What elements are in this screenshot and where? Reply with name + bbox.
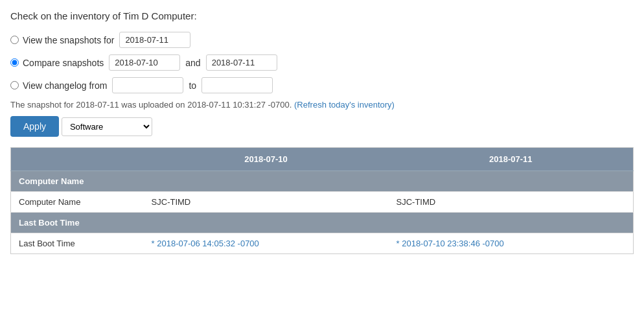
row-value1: * 2018-07-06 14:05:32 -0700: [144, 233, 389, 254]
compare-snapshots-radio[interactable]: [10, 58, 19, 67]
view-changelog-text: View changelog from: [23, 80, 107, 91]
table-header-row: 2018-07-10 2018-07-11: [11, 148, 634, 171]
options-section: View the snapshots for Compare snapshots…: [10, 32, 634, 93]
row-label: Last Boot Time: [11, 233, 144, 254]
and-label: and: [185, 58, 200, 68]
compare-date1-input[interactable]: [109, 54, 180, 71]
changelog-to-input[interactable]: [201, 77, 273, 93]
table-body: Computer NameComputer NameSJC-TIMDSJC-TI…: [11, 171, 634, 254]
compare-snapshots-row: Compare snapshots and: [10, 54, 634, 71]
category-dropdown[interactable]: Software Hardware Network Patches: [62, 117, 152, 136]
section-header: Computer Name: [11, 171, 634, 192]
row-label: Computer Name: [11, 192, 144, 213]
compare-snapshots-text: Compare snapshots: [23, 58, 104, 68]
view-snapshots-label[interactable]: View the snapshots for: [10, 35, 114, 45]
section-label: Last Boot Time: [11, 213, 634, 233]
to-label: to: [189, 80, 196, 91]
table-row: Computer NameSJC-TIMDSJC-TIMD: [11, 192, 634, 213]
snapshot-info-text: The snapshot for 2018-07-11 was uploaded…: [10, 100, 292, 110]
compare-date2-input[interactable]: [206, 54, 277, 71]
view-snapshots-text: View the snapshots for: [23, 35, 114, 45]
snapshot-info: The snapshot for 2018-07-11 was uploaded…: [10, 100, 634, 110]
page-title: Check on the inventory of Tim D Computer…: [10, 10, 634, 21]
row-value2: * 2018-07-10 23:38:46 -0700: [389, 233, 634, 254]
table-row: Last Boot Time* 2018-07-06 14:05:32 -070…: [11, 233, 634, 254]
changelog-from-input[interactable]: [112, 77, 183, 93]
view-changelog-radio[interactable]: [10, 81, 19, 89]
header-empty: [11, 148, 144, 171]
view-changelog-label[interactable]: View changelog from: [10, 80, 107, 91]
view-snapshots-date-input[interactable]: [119, 32, 190, 48]
row-value2: SJC-TIMD: [389, 192, 634, 213]
view-snapshots-row: View the snapshots for: [10, 32, 634, 48]
header-date2: 2018-07-11: [389, 148, 634, 171]
compare-snapshots-label[interactable]: Compare snapshots: [10, 58, 104, 68]
section-label: Computer Name: [11, 171, 634, 192]
comparison-table: 2018-07-10 2018-07-11 Computer NameCompu…: [10, 147, 634, 254]
view-changelog-row: View changelog from to: [10, 77, 634, 93]
refresh-link[interactable]: (Refresh today's inventory): [294, 100, 395, 110]
apply-button[interactable]: Apply: [10, 116, 59, 137]
section-header: Last Boot Time: [11, 213, 634, 233]
row-value1: SJC-TIMD: [144, 192, 389, 213]
header-date1: 2018-07-10: [144, 148, 389, 171]
view-snapshots-radio[interactable]: [10, 36, 19, 44]
